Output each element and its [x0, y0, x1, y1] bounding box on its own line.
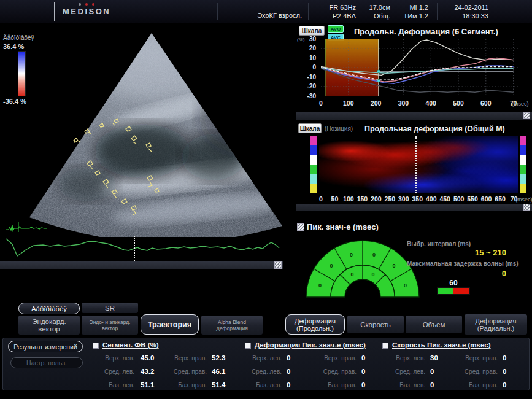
mmode-colorbar-left [310, 136, 317, 193]
row-label: Сред. прав. [312, 368, 357, 375]
deformation-peak-checkbox[interactable] [245, 343, 251, 349]
endo-epicard-vector-button[interactable]: Эндо- и эпикард.вектор [82, 316, 138, 335]
y-tick-label: 30 [300, 36, 316, 42]
x-tick-label: 100 [343, 99, 354, 107]
segment-peak-value: 0 [392, 263, 395, 269]
mmode-plot[interactable] [319, 136, 518, 193]
deformation-mode-button[interactable]: Äåôîðìàöèÿ [18, 303, 80, 314]
segment-peak-value: 0 [372, 252, 376, 258]
sr-mode-button[interactable]: SR [82, 303, 138, 313]
mmode-x-tick-label: 350 [412, 195, 423, 203]
date-time-field: 24-02-201118:30:33 [441, 3, 488, 20]
interval-label: Выбр. интервал (ms) [407, 241, 471, 247]
bullseye-diagram[interactable]: 00000000 [304, 236, 421, 300]
resize-icon[interactable] [274, 261, 282, 269]
row-label: Баз. прав. [164, 382, 207, 389]
y-tick-label: 10 [300, 55, 316, 61]
row-value: 0 [503, 368, 506, 375]
alpha-blend-deformation-button[interactable]: Alpha BlendДеформация [201, 316, 263, 335]
row-label: Баз. лев. [384, 382, 425, 389]
mmode-title: Продольная деформация (Общий М) [364, 125, 505, 133]
scale-button[interactable]: Шкала [299, 26, 325, 36]
mmode-x-tick-label: 200 [371, 195, 382, 203]
mmode-colorbar-right [520, 136, 526, 193]
segment-peak-value: 0 [372, 271, 375, 277]
x-axis-unit: (msec) [512, 101, 529, 107]
row-value: 52.3 [212, 354, 225, 362]
topbar-separator [217, 3, 218, 20]
endocard-vector-button[interactable]: Эндокард.вектор [18, 316, 80, 335]
measurement-panel: Результат измерений Настр. польз. Сегмен… [2, 338, 530, 390]
avo-badge[interactable]: AVO [328, 25, 344, 33]
ecg-frame-cursor[interactable] [134, 236, 135, 263]
ultrasound-sector[interactable] [0, 23, 283, 237]
resize-icon[interactable] [523, 112, 530, 119]
velocity-peak-header: Скорость Пик. знач-е (msec) [392, 341, 491, 349]
volume-button[interactable]: Объем [406, 316, 462, 333]
mmode-x-tick-label: 500 [453, 195, 465, 203]
row-label: Сред. прав. [164, 368, 207, 375]
mmode-time-cursor[interactable] [415, 136, 417, 193]
strain-plot[interactable] [318, 38, 522, 97]
row-label: Верх. лев. [246, 355, 282, 362]
measurement-result-button[interactable]: Результат измерений [8, 341, 83, 352]
row-label: Баз. лев. [95, 382, 134, 389]
y-tick-label: -30 [300, 93, 316, 99]
ecg-icon [5, 221, 49, 233]
row-label: Сред. лев. [95, 368, 134, 375]
peak-values-panel: Пик. знач-е (msec) 00000000 Выбр. интерв… [296, 212, 532, 302]
velocity-button[interactable]: Скорость [347, 316, 404, 333]
x-tick-label: 600 [480, 99, 492, 107]
mmode-x-tick-label: 550 [467, 195, 478, 203]
peak-values-title: Пик. знач-е (msec) [307, 222, 379, 231]
deformation-longitudinal-button[interactable]: Деформация (Продольн.) [285, 314, 345, 335]
x-tick-label: 500 [453, 99, 464, 107]
colorbar-min-value: -36.4 % [3, 98, 26, 105]
x-tick-label: 200 [371, 99, 382, 107]
row-value: 43.2 [141, 368, 154, 375]
row-value: 0 [430, 381, 434, 389]
row-value: 51.1 [141, 381, 154, 389]
mi-tis-field: MI 1.2ТИм 1.2 [396, 3, 428, 20]
segment-peak-value: 0 [404, 282, 407, 289]
ecg-strip[interactable] [0, 237, 283, 261]
segment-peak-value: 0 [350, 252, 353, 258]
strain-chart-title: Продольн. Деформация (6 Сегмент.) [354, 27, 498, 36]
brand-name: MEDISON [63, 7, 110, 16]
user-settings-button[interactable]: Настр. польз. [10, 357, 83, 368]
y-tick-label: -10 [300, 74, 316, 80]
row-label: Верх. прав. [164, 355, 207, 362]
row-label: Верх. прав. [312, 355, 357, 362]
trajectory-button[interactable]: Траектория [141, 314, 199, 335]
panel-divider-strip [296, 204, 532, 211]
segment-ef-checkbox[interactable] [93, 343, 99, 349]
cine-scrollbar[interactable] [0, 261, 283, 269]
resize-icon[interactable] [523, 204, 530, 211]
delay-color-bar [437, 287, 470, 295]
selected-interval-region[interactable] [325, 39, 379, 96]
panel-divider-strip [296, 112, 532, 120]
mmode-x-tick-label: 450 [439, 195, 450, 203]
row-label: Баз. прав. [312, 382, 357, 389]
mmode-x-tick-label: 650 [495, 195, 506, 203]
row-value: 51.4 [212, 381, 225, 389]
row-value: 0 [361, 381, 365, 389]
y-tick-label: 0 [300, 64, 316, 71]
scale-button[interactable]: Шкала [298, 123, 322, 133]
row-label: Сред. прав. [457, 368, 498, 375]
interval-value: 15 ~ 210 [452, 248, 506, 257]
segment-peak-value: 0 [318, 282, 322, 289]
velocity-peak-checkbox[interactable] [382, 343, 388, 349]
mmode-x-tick-label: 300 [398, 195, 409, 203]
ultrasound-image-area[interactable]: Äåôîðìàöèÿ 36.4 % -36.4 % [0, 23, 283, 237]
row-value: 0 [287, 354, 290, 362]
resize-icon[interactable] [297, 223, 304, 231]
y-tick-label: -20 [300, 83, 316, 90]
mmode-x-tick-label: 100 [343, 195, 354, 203]
deformation-radial-button[interactable]: Деформация (Радиальн.) [465, 314, 527, 335]
topbar-separator [308, 3, 309, 20]
colorbar-max-value: 36.4 % [3, 43, 24, 50]
mmode-x-tick-label: 50 [331, 195, 339, 203]
row-value: 0 [361, 368, 365, 375]
topbar: MEDISON ЭхоКГ взросл. FR 63HzP2-4BA 17.0… [0, 0, 532, 23]
